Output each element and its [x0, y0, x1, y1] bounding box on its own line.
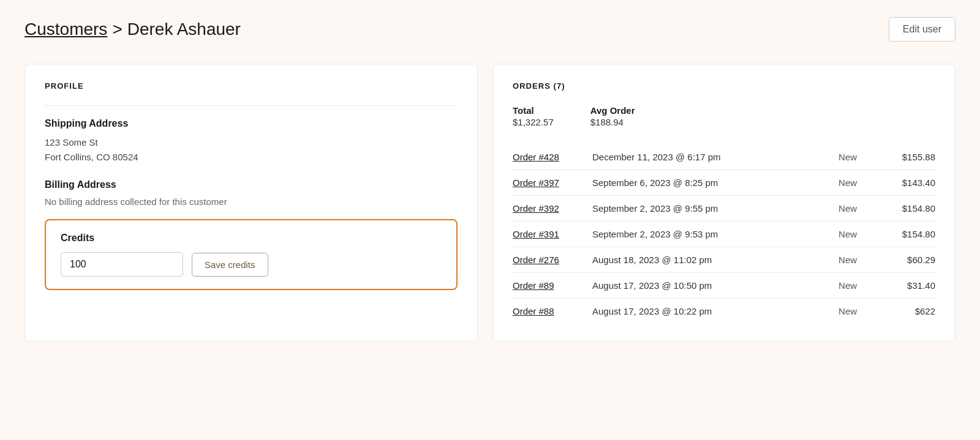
no-billing-text: No billing address collected for this cu… [45, 196, 458, 207]
page-header: Customers > Derek Ashauer Edit user [0, 0, 980, 54]
order-link-cell[interactable]: Order #428 [513, 144, 592, 170]
order-amount: $31.40 [888, 273, 935, 299]
credits-row: Save credits [61, 252, 442, 277]
order-link[interactable]: Order #88 [513, 306, 554, 316]
order-amount: $154.80 [888, 222, 935, 247]
orders-table: Order #428 December 11, 2023 @ 6:17 pm N… [513, 144, 935, 324]
order-link[interactable]: Order #428 [513, 152, 559, 162]
order-status: New [839, 222, 888, 247]
breadcrumb-separator: > [112, 20, 122, 39]
avg-stat: Avg Order $188.94 [590, 105, 635, 127]
total-value: $1,322.57 [513, 117, 554, 127]
order-link-cell[interactable]: Order #397 [513, 170, 592, 196]
order-link[interactable]: Order #276 [513, 255, 559, 265]
order-amount: $622 [888, 299, 935, 324]
order-link[interactable]: Order #392 [513, 203, 559, 214]
order-date: August 18, 2023 @ 11:02 pm [592, 247, 839, 273]
shipping-line1: 123 Some St [45, 135, 458, 150]
customer-name: Derek Ashauer [127, 20, 241, 39]
table-row: Order #397 September 6, 2023 @ 8:25 pm N… [513, 170, 935, 196]
order-date: September 6, 2023 @ 8:25 pm [592, 170, 839, 196]
order-date: August 17, 2023 @ 10:50 pm [592, 273, 839, 299]
edit-user-button[interactable]: Edit user [889, 17, 956, 42]
order-amount: $155.88 [888, 144, 935, 170]
divider-1 [45, 105, 458, 106]
order-link-cell[interactable]: Order #88 [513, 299, 592, 324]
credits-box: Credits Save credits [45, 219, 458, 290]
table-row: Order #89 August 17, 2023 @ 10:50 pm New… [513, 273, 935, 299]
order-link-cell[interactable]: Order #89 [513, 273, 592, 299]
orders-panel: ORDERS (7) Total $1,322.57 Avg Order $18… [492, 64, 956, 341]
credits-input[interactable] [61, 252, 183, 277]
order-date: September 2, 2023 @ 9:55 pm [592, 196, 839, 222]
order-link[interactable]: Order #391 [513, 229, 559, 239]
profile-section-title: PROFILE [45, 81, 458, 91]
table-row: Order #391 September 2, 2023 @ 9:53 pm N… [513, 222, 935, 247]
shipping-address: 123 Some St Fort Collins, CO 80524 [45, 135, 458, 165]
save-credits-button[interactable]: Save credits [192, 253, 268, 277]
order-amount: $154.80 [888, 196, 935, 222]
orders-section-title: ORDERS (7) [513, 81, 935, 91]
total-label: Total [513, 105, 554, 116]
table-row: Order #392 September 2, 2023 @ 9:55 pm N… [513, 196, 935, 222]
shipping-address-label: Shipping Address [45, 118, 458, 129]
order-date: December 11, 2023 @ 6:17 pm [592, 144, 839, 170]
order-link[interactable]: Order #397 [513, 177, 559, 188]
order-link[interactable]: Order #89 [513, 280, 554, 291]
table-row: Order #276 August 18, 2023 @ 11:02 pm Ne… [513, 247, 935, 273]
credits-label: Credits [61, 233, 442, 244]
main-content: PROFILE Shipping Address 123 Some St For… [0, 54, 980, 366]
order-link-cell[interactable]: Order #276 [513, 247, 592, 273]
profile-panel: PROFILE Shipping Address 123 Some St For… [24, 64, 478, 341]
billing-address-label: Billing Address [45, 179, 458, 190]
avg-value: $188.94 [590, 117, 635, 127]
table-row: Order #428 December 11, 2023 @ 6:17 pm N… [513, 144, 935, 170]
customers-link[interactable]: Customers [24, 20, 107, 39]
order-link-cell[interactable]: Order #391 [513, 222, 592, 247]
total-stat: Total $1,322.57 [513, 105, 554, 127]
breadcrumb: Customers > Derek Ashauer [24, 20, 241, 39]
orders-stats: Total $1,322.57 Avg Order $188.94 [513, 105, 935, 127]
order-status: New [839, 299, 888, 324]
shipping-line2: Fort Collins, CO 80524 [45, 150, 458, 165]
order-status: New [839, 144, 888, 170]
table-row: Order #88 August 17, 2023 @ 10:22 pm New… [513, 299, 935, 324]
avg-label: Avg Order [590, 105, 635, 116]
order-status: New [839, 196, 888, 222]
order-date: September 2, 2023 @ 9:53 pm [592, 222, 839, 247]
order-date: August 17, 2023 @ 10:22 pm [592, 299, 839, 324]
order-amount: $143.40 [888, 170, 935, 196]
order-link-cell[interactable]: Order #392 [513, 196, 592, 222]
order-amount: $60.29 [888, 247, 935, 273]
order-status: New [839, 273, 888, 299]
order-status: New [839, 170, 888, 196]
order-status: New [839, 247, 888, 273]
